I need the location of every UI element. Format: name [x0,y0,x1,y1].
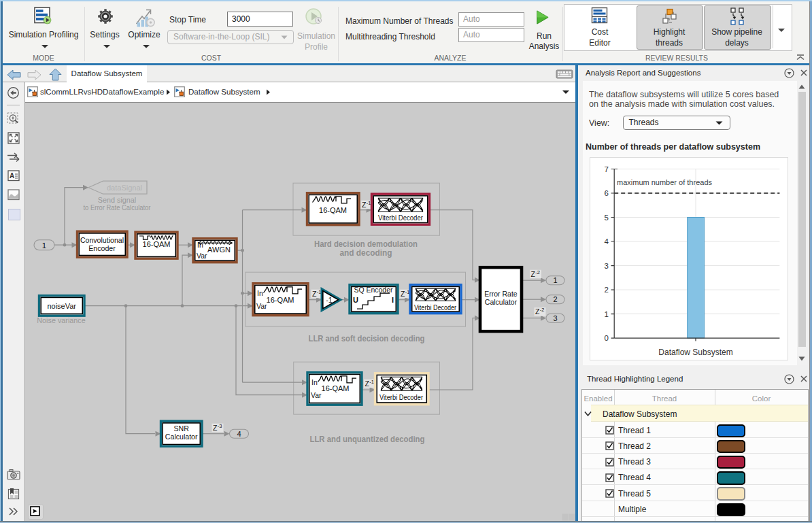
svg-text:SQ Encoder: SQ Encoder [354,286,393,294]
svg-text:Viterbi Decoder: Viterbi Decoder [414,303,456,311]
svg-text:SNR: SNR [174,424,190,432]
svg-text:3: 3 [605,262,609,270]
svg-text:16-QAM: 16-QAM [267,295,294,303]
svg-text:Send signal: Send signal [98,195,136,203]
svg-text:A: A [10,172,14,180]
svg-text:Convolutional: Convolutional [80,235,124,243]
svg-text:Var: Var [197,251,207,259]
svg-text:LLR and soft decision decoding: LLR and soft decision decoding [309,333,425,343]
svg-text:AWGN: AWGN [207,245,231,253]
svg-text:4: 4 [605,237,609,246]
svg-text:In: In [197,241,203,249]
svg-text:16-QAM: 16-QAM [143,239,171,248]
svg-text:Dataflow Subsystem: Dataflow Subsystem [658,348,732,357]
svg-text:-2: -2 [535,269,540,275]
svg-text:and decoding: and decoding [340,248,392,258]
svg-text:dataSignal: dataSignal [107,183,142,191]
svg-text:Noise variance: Noise variance [37,316,85,324]
svg-text:Calculator: Calculator [165,432,198,440]
svg-text:Calculator: Calculator [485,298,518,306]
svg-text:5: 5 [605,214,609,222]
svg-text:16-QAM: 16-QAM [319,205,347,214]
svg-text:1: 1 [42,241,46,249]
svg-text:-1: -1 [317,288,322,294]
svg-text:-3: -3 [218,422,222,428]
svg-text:Var: Var [311,390,322,399]
svg-text:1: 1 [605,310,609,318]
svg-text:7: 7 [605,165,609,173]
svg-text:-1: -1 [369,378,374,384]
svg-text:-1: -1 [326,295,332,303]
svg-text:-2: -2 [540,307,545,313]
svg-text:0: 0 [605,334,609,342]
svg-text:LLR and unquantized decoding: LLR and unquantized decoding [310,434,425,443]
svg-text:4: 4 [237,429,241,437]
svg-text:In: In [311,377,318,386]
svg-text:1: 1 [553,276,557,284]
svg-text:16-QAM: 16-QAM [322,384,350,392]
svg-text:Viterbi Decoder: Viterbi Decoder [379,392,423,401]
svg-text:Encoder: Encoder [88,243,116,252]
svg-text:-1: -1 [367,199,371,205]
svg-text:Viterbi Decoder: Viterbi Decoder [378,213,423,221]
svg-text:2: 2 [605,286,609,294]
svg-text:6: 6 [605,189,609,197]
svg-text:2: 2 [553,295,557,303]
svg-text:maximum number of threads: maximum number of threads [617,178,712,186]
svg-text:Hard decision demodulation: Hard decision demodulation [314,239,418,248]
svg-text:U: U [353,296,358,304]
svg-text:noiseVar: noiseVar [47,301,76,309]
svg-text:to Error Rate Calculator: to Error Rate Calculator [84,203,151,212]
svg-text:I: I [392,296,394,304]
svg-text:3: 3 [553,314,557,322]
svg-text:In: In [257,288,263,297]
svg-text:Error Rate: Error Rate [484,290,518,298]
